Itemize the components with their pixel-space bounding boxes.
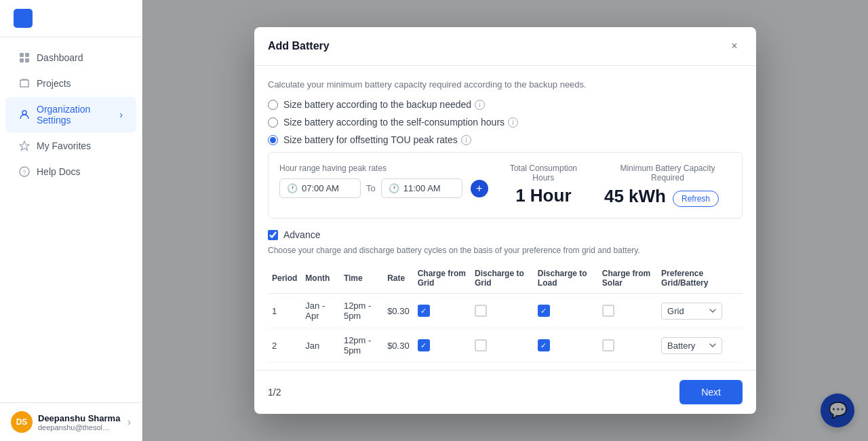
preference-select[interactable]: GridBattery: [661, 337, 722, 354]
tou-left: Hour range having peak rates 🕐 07:00 AM …: [279, 164, 488, 198]
cell-month: Jan - Apr: [301, 294, 340, 328]
radio-tou-input[interactable]: [268, 135, 278, 145]
checkbox-unchecked[interactable]: [475, 305, 487, 317]
radio-self-consumption-label: Size battery according to the self-consu…: [283, 117, 505, 128]
svg-rect-0: [20, 53, 24, 57]
min-capacity-value: 45 kWh: [604, 186, 666, 207]
total-consumption-value: 1 Hour: [499, 185, 588, 206]
info-icon-self[interactable]: i: [508, 117, 518, 128]
avatar: DS: [11, 411, 33, 433]
cell-discharge-grid[interactable]: [471, 363, 534, 370]
page-indicator: 1/2: [268, 387, 281, 398]
sidebar-item-org-label: Organization Settings: [37, 104, 119, 126]
to-time-input[interactable]: 🕐 11:00 AM: [381, 178, 462, 198]
org-icon: [19, 109, 30, 120]
min-capacity-label: Minimum Battery Capacity Required: [604, 164, 731, 183]
cell-charge-grid[interactable]: [414, 328, 471, 363]
col-charge-solar: Charge from Solar: [598, 263, 657, 294]
cell-charge-solar[interactable]: [598, 328, 657, 363]
cell-charge-grid[interactable]: [414, 363, 471, 370]
cell-charge-solar[interactable]: [598, 363, 657, 370]
preference-select[interactable]: GridBattery: [661, 303, 722, 320]
clock-from-icon: 🕐: [287, 183, 298, 193]
from-time-value: 07:00 AM: [302, 183, 339, 193]
projects-icon: [19, 78, 30, 89]
cell-period: 2: [268, 328, 301, 363]
checkbox-unchecked[interactable]: [475, 339, 487, 351]
sidebar-item-favorites[interactable]: My Favorites: [5, 134, 136, 158]
cell-preference[interactable]: GridBattery: [657, 363, 743, 370]
cell-preference[interactable]: GridBattery: [657, 294, 743, 328]
checkbox-checked[interactable]: [538, 305, 550, 317]
total-consumption-label: Total Consumption Hours: [499, 164, 588, 183]
cell-discharge-grid[interactable]: [471, 328, 534, 363]
radio-backup-input[interactable]: [268, 100, 278, 110]
cell-discharge-load[interactable]: [534, 294, 598, 328]
advance-label[interactable]: Advance: [283, 229, 320, 240]
refresh-button[interactable]: Refresh: [673, 191, 719, 207]
sidebar-item-help-label: Help Docs: [37, 166, 81, 177]
checkbox-unchecked[interactable]: [602, 305, 614, 317]
tou-section: Hour range having peak rates 🕐 07:00 AM …: [268, 152, 743, 218]
cell-rate: $0.30: [383, 328, 414, 363]
cell-time: 12pm - 5pm: [340, 294, 383, 328]
cell-charge-grid[interactable]: [414, 294, 471, 328]
cell-time: 12pm - 5pm: [340, 363, 383, 370]
radio-self-consumption[interactable]: Size battery according to the self-consu…: [268, 117, 743, 128]
sidebar-item-projects-label: Projects: [37, 78, 71, 89]
checkbox-checked[interactable]: [418, 339, 430, 351]
star-icon: [19, 140, 30, 151]
checkbox-checked[interactable]: [418, 305, 430, 317]
time-row: 🕐 07:00 AM To 🕐 11:00 AM +: [279, 178, 488, 198]
add-time-range-button[interactable]: +: [471, 180, 488, 197]
clock-to-icon: 🕐: [389, 183, 399, 193]
logo-box: [14, 9, 33, 28]
sidebar-item-help[interactable]: ? Help Docs: [5, 159, 136, 184]
main-content: Add Battery × Calculate your minimum bat…: [142, 0, 868, 441]
radio-backup[interactable]: Size battery according to the backup nee…: [268, 99, 743, 110]
cell-discharge-grid[interactable]: [471, 294, 534, 328]
cell-charge-solar[interactable]: [598, 294, 657, 328]
modal-info-text: Calculate your minimum battery capacity …: [268, 79, 743, 90]
radio-self-consumption-input[interactable]: [268, 117, 278, 128]
tou-right: Total Consumption Hours 1 Hour Minimum B…: [499, 164, 731, 207]
close-button[interactable]: ×: [726, 38, 743, 54]
to-text: To: [366, 183, 376, 193]
from-time-input[interactable]: 🕐 07:00 AM: [279, 178, 361, 198]
info-icon-backup[interactable]: i: [475, 100, 485, 110]
col-period: Period: [268, 263, 301, 294]
sidebar-nav: Dashboard Projects Organization Settings…: [0, 37, 142, 402]
checkbox-unchecked[interactable]: [602, 339, 614, 351]
cell-discharge-load[interactable]: [534, 363, 598, 370]
cell-preference[interactable]: GridBattery: [657, 328, 743, 363]
sidebar-item-org-settings[interactable]: Organization Settings ›: [5, 97, 136, 132]
sidebar-item-dashboard-label: Dashboard: [37, 52, 83, 63]
user-chevron-icon: ›: [127, 416, 131, 428]
svg-text:?: ?: [23, 169, 26, 176]
next-button[interactable]: Next: [679, 380, 743, 404]
user-email: deepanshu@thesolar...: [38, 423, 113, 432]
to-time-value: 11:00 AM: [403, 183, 441, 193]
user-profile[interactable]: DS Deepanshu Sharma deepanshu@thesolar..…: [0, 402, 142, 441]
sidebar-item-dashboard[interactable]: Dashboard: [5, 45, 136, 70]
modal-header: Add Battery ×: [254, 27, 756, 66]
help-icon: ?: [19, 166, 30, 177]
min-capacity-stat: Minimum Battery Capacity Required 45 kWh…: [604, 164, 731, 207]
battery-table: Period Month Time Rate Charge from Grid …: [268, 263, 743, 370]
sidebar: Dashboard Projects Organization Settings…: [0, 0, 142, 441]
col-discharge-load: Discharge to Load: [534, 263, 598, 294]
dashboard-icon: [19, 52, 30, 63]
col-rate: Rate: [383, 263, 414, 294]
cell-discharge-load[interactable]: [534, 328, 598, 363]
user-info: Deepanshu Sharma deepanshu@thesolar...: [38, 413, 120, 432]
info-icon-tou[interactable]: i: [461, 135, 471, 145]
svg-point-4: [22, 111, 26, 115]
radio-tou[interactable]: Size battery for offsetting TOU peak rat…: [268, 134, 743, 145]
cell-period: 3: [268, 363, 301, 370]
checkbox-checked[interactable]: [538, 339, 550, 351]
table-row: 1 Jan - Apr 12pm - 5pm $0.30 GridBattery: [268, 294, 743, 328]
advance-checkbox[interactable]: [268, 230, 278, 240]
sidebar-item-projects[interactable]: Projects: [5, 71, 136, 96]
hour-range-label: Hour range having peak rates: [279, 164, 488, 173]
cell-time: 12pm - 5pm: [340, 328, 383, 363]
